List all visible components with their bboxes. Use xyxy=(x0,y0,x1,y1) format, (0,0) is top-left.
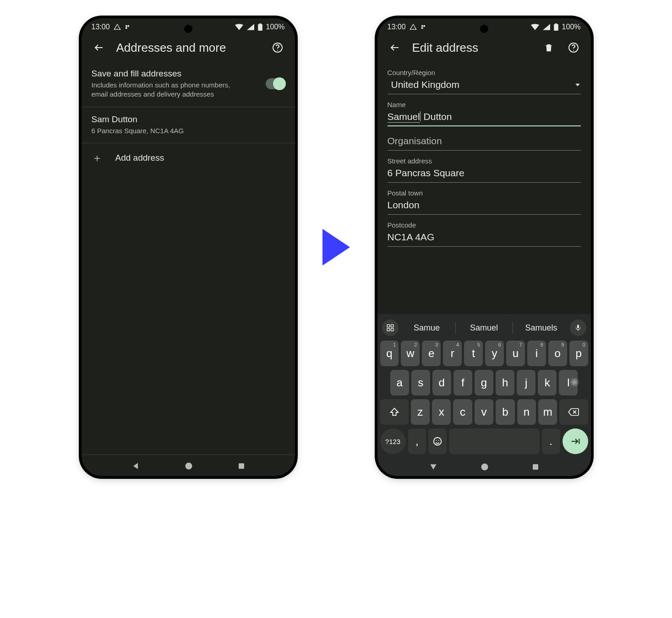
battery-percent: 100% xyxy=(266,23,285,31)
nav-back-icon[interactable] xyxy=(131,461,140,471)
svg-rect-12 xyxy=(387,325,389,327)
voice-input-button[interactable] xyxy=(570,320,586,336)
phone-addresses-list: 13:00 100% Addresses and more Save an xyxy=(82,18,295,476)
svg-point-4 xyxy=(277,50,278,51)
key-j[interactable]: j xyxy=(517,370,535,396)
svg-point-19 xyxy=(438,440,439,441)
key-f[interactable]: f xyxy=(453,370,472,396)
svg-rect-2 xyxy=(259,23,261,24)
mic-icon xyxy=(574,324,582,332)
status-time: 13:00 xyxy=(92,23,110,31)
emoji-key[interactable] xyxy=(428,428,447,454)
name-input[interactable]: Samuel Dutton xyxy=(388,108,581,126)
key-k[interactable]: k xyxy=(538,370,557,396)
postcode-label: Postcode xyxy=(388,221,581,229)
postcode-input[interactable]: NC1A 4AG xyxy=(388,229,581,247)
key-q[interactable]: q1 xyxy=(380,341,399,366)
plus-icon: ＋ xyxy=(92,151,103,165)
keyboard-row-4: ?123 , . xyxy=(380,428,588,454)
plus-small-icon xyxy=(125,24,130,30)
suggestion-3[interactable]: Samuels xyxy=(516,323,567,333)
nav-bar xyxy=(380,458,588,474)
alert-triangle-icon xyxy=(114,23,121,31)
battery-icon xyxy=(554,23,558,31)
toggle-title: Save and fill addresses xyxy=(92,69,259,79)
svg-rect-13 xyxy=(391,325,393,327)
street-label: Street address xyxy=(388,157,581,165)
nav-keyboard-hide-icon[interactable] xyxy=(429,463,438,471)
country-dropdown[interactable]: United Kingdom xyxy=(388,76,581,94)
nav-home-icon[interactable] xyxy=(184,461,193,471)
address-entry[interactable]: Sam Dutton 6 Pancras Square, NC1A 4AG xyxy=(82,107,295,143)
add-address-row[interactable]: ＋ Add address xyxy=(82,143,295,173)
key-v[interactable]: v xyxy=(475,399,493,425)
key-n[interactable]: n xyxy=(517,399,536,425)
svg-rect-1 xyxy=(258,24,262,31)
key-l[interactable]: l xyxy=(559,370,578,396)
toggle-desc: Includes information such as phone numbe… xyxy=(92,81,247,99)
delete-button[interactable] xyxy=(541,40,556,55)
svg-rect-6 xyxy=(239,463,244,469)
key-g[interactable]: g xyxy=(475,370,493,396)
key-z[interactable]: z xyxy=(411,399,430,425)
shift-key[interactable] xyxy=(380,399,409,425)
nav-home-icon[interactable] xyxy=(480,462,489,472)
key-b[interactable]: b xyxy=(496,399,514,425)
switch-on[interactable] xyxy=(266,78,285,89)
key-a[interactable]: a xyxy=(390,370,409,396)
space-key[interactable] xyxy=(449,428,540,454)
key-u[interactable]: u7 xyxy=(506,341,525,366)
numeric-key[interactable]: ?123 xyxy=(380,428,406,454)
comma-key[interactable]: , xyxy=(408,428,426,454)
svg-point-17 xyxy=(434,438,442,445)
battery-percent: 100% xyxy=(562,23,581,31)
organisation-input[interactable]: Organisation xyxy=(388,133,581,151)
key-o[interactable]: o9 xyxy=(548,341,567,366)
add-address-label: Add address xyxy=(115,153,164,163)
nav-recent-icon[interactable] xyxy=(531,463,540,471)
flow-arrow-icon xyxy=(322,229,350,266)
back-button[interactable] xyxy=(388,40,402,55)
key-w[interactable]: w2 xyxy=(401,341,420,366)
key-c[interactable]: c xyxy=(453,399,472,425)
name-label: Name xyxy=(388,101,581,108)
clipboard-button[interactable] xyxy=(382,320,399,336)
nav-recent-icon[interactable] xyxy=(237,462,246,470)
key-d[interactable]: d xyxy=(432,370,451,396)
key-e[interactable]: e3 xyxy=(422,341,441,366)
help-button[interactable] xyxy=(566,40,581,55)
suggestion-2[interactable]: Samuel xyxy=(459,323,510,333)
help-icon xyxy=(568,42,579,53)
key-r[interactable]: r4 xyxy=(443,341,462,366)
back-button[interactable] xyxy=(92,40,106,55)
street-input[interactable]: 6 Pancras Square xyxy=(388,165,581,183)
plus-small-icon xyxy=(421,24,426,30)
period-key[interactable]: . xyxy=(542,428,560,454)
suggestion-1[interactable]: Samue xyxy=(401,323,453,333)
svg-point-0 xyxy=(117,28,117,28)
organisation-placeholder: Organisation xyxy=(388,136,442,146)
signal-icon xyxy=(543,24,550,30)
key-m[interactable]: m xyxy=(538,399,557,425)
key-p[interactable]: p0 xyxy=(569,341,588,366)
enter-key[interactable] xyxy=(563,428,588,454)
key-i[interactable]: i8 xyxy=(527,341,546,366)
town-input[interactable]: London xyxy=(388,197,581,215)
shift-icon xyxy=(389,407,399,417)
svg-rect-21 xyxy=(533,464,538,470)
page-title: Addresses and more xyxy=(116,41,260,55)
svg-point-20 xyxy=(481,464,488,471)
name-rest: Dutton xyxy=(421,111,452,122)
key-t[interactable]: t5 xyxy=(464,341,483,366)
backspace-key[interactable] xyxy=(559,399,588,425)
camera-notch xyxy=(480,25,488,33)
key-x[interactable]: x xyxy=(432,399,451,425)
help-button[interactable] xyxy=(270,40,285,55)
svg-rect-15 xyxy=(391,329,393,331)
svg-point-18 xyxy=(436,440,437,441)
key-s[interactable]: s xyxy=(411,370,430,396)
svg-rect-9 xyxy=(555,23,557,24)
key-h[interactable]: h xyxy=(496,370,514,396)
save-fill-toggle-row[interactable]: Save and fill addresses Includes informa… xyxy=(82,61,295,107)
key-y[interactable]: y6 xyxy=(485,341,504,366)
